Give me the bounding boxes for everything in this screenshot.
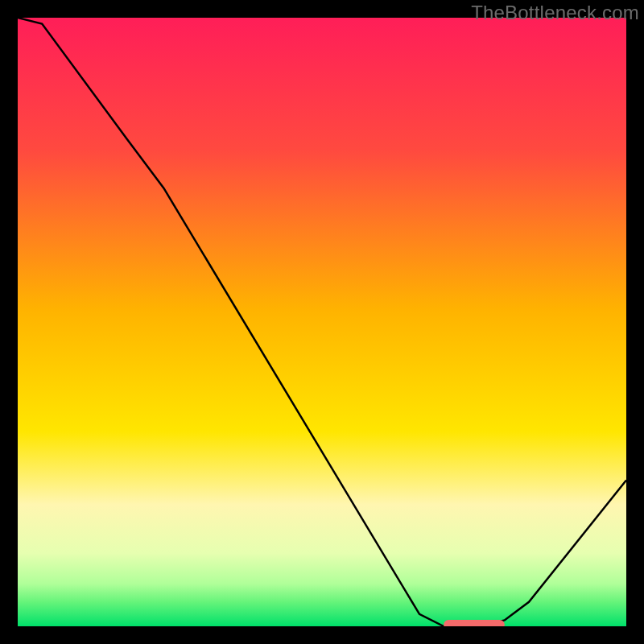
plot-area bbox=[18, 18, 626, 626]
chart-container: TheBottleneck.com bbox=[0, 0, 644, 644]
watermark: TheBottleneck.com bbox=[471, 2, 639, 24]
optimal-range-marker bbox=[444, 620, 505, 626]
chart-svg bbox=[18, 18, 626, 626]
gradient-background bbox=[18, 18, 626, 626]
